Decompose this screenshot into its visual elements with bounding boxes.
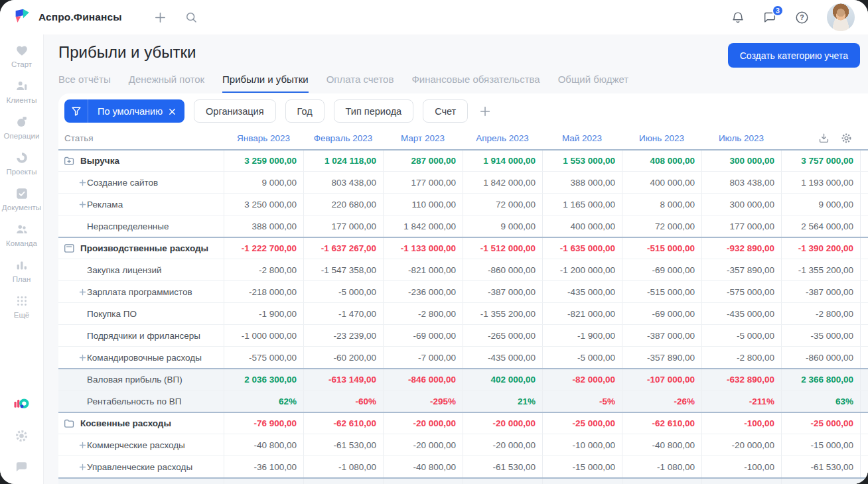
table-row[interactable]: Управленческие расходы-36 100,00-1 080,0… xyxy=(58,455,868,477)
row-label: Косвенные расходы xyxy=(80,418,171,428)
sidebar-item-label: Клиенты xyxy=(6,96,36,104)
column-header-month: Февраль 2023 xyxy=(303,127,383,149)
filter-button-year[interactable]: Год xyxy=(285,99,325,123)
filter-button-period-type[interactable]: Тип периода xyxy=(334,99,414,123)
expand-plus-icon[interactable] xyxy=(79,179,87,186)
sidebar-item-more[interactable]: Ещё xyxy=(1,293,43,319)
value-cell: -100,00 xyxy=(701,413,781,434)
value-cell: -61 530,00 xyxy=(781,456,861,477)
support-chat-icon[interactable] xyxy=(14,459,29,475)
table-row[interactable]: Производственные расходы-1 222 700,00-1 … xyxy=(58,237,868,259)
sidebar-item-plan[interactable]: План xyxy=(1,257,43,283)
table-settings-icon[interactable] xyxy=(840,132,853,145)
value-cell: 3 250 000,00 xyxy=(224,194,303,215)
sidebar-item-start[interactable]: Старт xyxy=(1,42,43,68)
value-cell: -846 000,00 xyxy=(383,369,463,390)
value-cell: 3 757 000,00 xyxy=(781,151,861,171)
doc-minus-icon[interactable] xyxy=(64,243,75,253)
sidebar-item-projects[interactable]: Проекты xyxy=(1,150,43,176)
folder-icon[interactable] xyxy=(64,418,75,428)
tab-total-budget[interactable]: Общий бюджет xyxy=(558,74,629,93)
table-row-partial xyxy=(58,477,868,484)
messages-icon[interactable]: 3 xyxy=(762,10,777,25)
value-cell: 8 000,00 xyxy=(622,194,701,215)
value-cell: 1 553 000,00 xyxy=(542,151,622,171)
table-row[interactable]: Закупка лицензий-2 800,00-1 547 358,00-8… xyxy=(58,259,868,280)
value-cell: -82 000,00 xyxy=(542,369,622,390)
operations-icon xyxy=(15,114,29,130)
expand-plus-icon[interactable] xyxy=(79,288,87,296)
tab-cash-flow[interactable]: Денежный поток xyxy=(129,74,204,93)
row-label: Рентабельность по ВП xyxy=(87,396,181,406)
table-row[interactable]: Рентабельность по ВП62%-60%-295%21%-5%-2… xyxy=(58,390,868,412)
table-row[interactable]: Косвенные расходы-76 900,00-62 610,00-20… xyxy=(58,412,868,434)
add-filter-icon[interactable] xyxy=(478,105,492,118)
tab-bill-payment[interactable]: Оплата счетов xyxy=(326,74,394,93)
value-cell: -1 547 358,00 xyxy=(303,259,383,280)
expand-plus-icon[interactable] xyxy=(79,354,87,361)
value-cell: -435 000,00 xyxy=(542,281,622,302)
column-header-month: Июнь 2023 xyxy=(622,127,701,149)
sidebar-item-operations[interactable]: Операции xyxy=(1,114,43,140)
row-label: Производственные расходы xyxy=(80,243,208,253)
value-cell: -821 000,00 xyxy=(383,259,463,280)
value-cell: -69 000,00 xyxy=(622,303,701,324)
heart-icon xyxy=(15,42,29,58)
value-cell: 2 366 800,00 xyxy=(781,369,861,390)
table-row[interactable]: Подрядчики и фрилансеры-1 000 000,00-23 … xyxy=(58,324,868,346)
table-row[interactable]: Коммерческие расходы-40 800,00-61 530,00… xyxy=(58,434,868,455)
table-row[interactable]: Нераспределенные388 000,00177 000,001 84… xyxy=(58,215,868,237)
value-cell: 110 000,00 xyxy=(383,194,463,215)
value-cell: -387 000,00 xyxy=(622,325,701,346)
folder-plus-icon[interactable] xyxy=(64,156,75,166)
value-cell: -1 355 200,00 xyxy=(781,259,861,280)
table-row[interactable]: Реклама3 250 000,00220 680,00110 000,007… xyxy=(58,193,868,215)
sidebar-item-documents[interactable]: Документы xyxy=(1,186,43,212)
clear-filter-icon[interactable] xyxy=(167,107,184,115)
team-icon xyxy=(15,221,29,237)
value-cell xyxy=(622,479,701,484)
filter-button-organization[interactable]: Организация xyxy=(194,99,275,123)
table-row[interactable]: Валовая прибыль (ВП)2 036 300,00-613 149… xyxy=(58,368,868,390)
user-avatar[interactable] xyxy=(827,3,855,31)
sidebar-item-label: Операции xyxy=(4,132,40,140)
notifications-bell-icon[interactable] xyxy=(731,10,745,25)
expand-plus-icon[interactable] xyxy=(79,442,87,449)
value-cell: -932 890,00 xyxy=(701,238,781,259)
settings-gear-icon[interactable] xyxy=(14,428,29,444)
create-category-button[interactable]: Создать категорию учета xyxy=(728,43,860,68)
value-cell: -61 530,00 xyxy=(463,456,542,477)
table-row[interactable]: Выручка3 259 000,001 024 118,00287 000,0… xyxy=(58,149,868,171)
value-cell: -40 800,00 xyxy=(224,434,303,455)
filter-button-account[interactable]: Счет xyxy=(423,99,468,123)
expand-plus-icon[interactable] xyxy=(79,201,87,208)
tab-all-reports[interactable]: Все отчёты xyxy=(58,74,111,93)
value-cell: 400 000,00 xyxy=(542,215,622,237)
value-cell: 803 438,00 xyxy=(701,172,781,193)
table-row[interactable]: Создание сайтов9 000,00803 438,00177 000… xyxy=(58,171,868,193)
value-cell: -435 000,00 xyxy=(463,347,542,368)
value-cell: -357 890,00 xyxy=(701,259,781,280)
search-icon[interactable] xyxy=(184,11,198,25)
value-cell: 1 165 000,00 xyxy=(542,194,622,215)
download-icon[interactable] xyxy=(818,132,830,145)
value-cell: -1 000 000,00 xyxy=(224,325,303,346)
active-filter-pill[interactable]: По умолчанию xyxy=(64,99,184,123)
table-row[interactable]: Зарплата программистов-218 000,00-5 000,… xyxy=(58,280,868,302)
value-cell: -575 000,00 xyxy=(701,281,781,302)
row-label: Нераспределенные xyxy=(87,221,169,231)
value-cell: 3 259 000,00 xyxy=(224,151,303,171)
value-cell: -860 000,00 xyxy=(463,259,542,280)
sidebar-item-team[interactable]: Команда xyxy=(1,221,43,247)
tab-profit-loss[interactable]: Прибыли и убытки xyxy=(222,74,309,93)
expand-plus-icon[interactable] xyxy=(79,463,87,471)
aspro-cloud-logo-icon[interactable] xyxy=(13,397,30,412)
table-row[interactable]: Командировочные расходы-575 000,00-60 20… xyxy=(58,346,868,368)
value-cell: -1 635 000,00 xyxy=(542,238,622,259)
sidebar-item-clients[interactable]: Клиенты xyxy=(1,78,43,104)
table-row[interactable]: Покупка ПО-1 900,00-1 470,00-2 800,00-1 … xyxy=(58,302,868,324)
help-icon[interactable]: ? xyxy=(794,10,810,25)
create-plus-icon[interactable] xyxy=(153,11,167,25)
tab-financial-obligations[interactable]: Финансовые обязательства xyxy=(411,74,540,93)
value-cell xyxy=(542,479,622,484)
